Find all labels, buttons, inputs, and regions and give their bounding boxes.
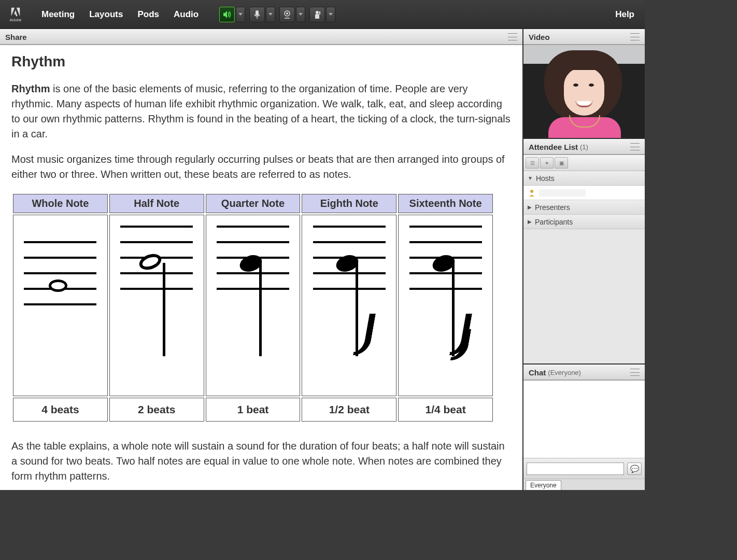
chevron-down-icon (299, 13, 303, 16)
half-note-cell (109, 215, 204, 396)
chat-input[interactable] (527, 463, 624, 475)
collapse-icon: ▶ (528, 219, 532, 225)
video-title: Video (529, 33, 550, 41)
svg-point-7 (530, 190, 533, 193)
th-half: Half Note (109, 194, 204, 213)
eighth-note-cell (302, 215, 396, 396)
doc-p3: As the table explains, a whole note will… (11, 439, 511, 484)
raise-hand-button[interactable] (309, 7, 325, 22)
share-content: Rhythm Rhythm is one of the basic elemen… (0, 45, 522, 490)
beats-sixteenth: 1/4 beat (398, 398, 493, 422)
video-header: Video (523, 29, 645, 45)
attendee-title: Attendee List (529, 143, 578, 151)
th-quarter: Quarter Note (206, 194, 301, 213)
right-column: Video Attendee List (1) ☰ (523, 29, 645, 490)
beats-whole: 4 beats (13, 398, 108, 422)
attendee-pod-menu[interactable] (630, 143, 640, 150)
webcam-dropdown[interactable] (296, 7, 305, 22)
svg-rect-0 (256, 10, 259, 16)
attendee-empty (523, 229, 645, 363)
doc-p1: Rhythm is one of the basic elements of m… (11, 81, 511, 142)
share-pod: Share Rhythm Rhythm is one of the basic … (0, 29, 523, 490)
beats-half: 2 beats (109, 398, 204, 422)
attendee-count: (1) (580, 143, 588, 151)
toolbar-buttons (219, 7, 335, 22)
chat-tab-everyone[interactable]: Everyone (526, 480, 561, 490)
menu-layouts[interactable]: Layouts (89, 9, 123, 20)
webcam-icon (282, 10, 292, 19)
chat-scope: (Everyone) (548, 369, 581, 376)
attendee-header: Attendee List (1) (523, 139, 645, 155)
participants-label: Participants (535, 218, 573, 226)
attendee-breakout-button[interactable]: ✦ (540, 157, 554, 169)
svg-point-3 (286, 12, 288, 15)
chat-pod-menu[interactable] (630, 369, 640, 376)
speaker-icon (222, 10, 232, 19)
video-pod-menu[interactable] (630, 33, 640, 40)
collapse-icon: ▶ (528, 204, 532, 210)
host-name-redacted (539, 189, 586, 197)
webcam-button[interactable] (279, 7, 295, 22)
notes-table: Whole Note Half Note Quarter Note Eighth… (11, 192, 494, 423)
mic-button[interactable] (249, 7, 265, 22)
chat-header: Chat (Everyone) (523, 365, 645, 380)
th-sixteenth: Sixteenth Note (398, 194, 493, 213)
main-area: Share Rhythm Rhythm is one of the basic … (0, 29, 645, 490)
host-entry[interactable] (523, 186, 645, 200)
chat-pod: Chat (Everyone) 💬 Everyone (523, 363, 645, 490)
menu-pods[interactable]: Pods (137, 9, 159, 20)
th-whole: Whole Note (13, 194, 108, 213)
beats-quarter: 1 beat (206, 398, 301, 422)
attendee-pod: Attendee List (1) ☰ ✦ ▣ ▼ Hosts (523, 138, 645, 363)
quarter-note-icon (217, 226, 289, 290)
speaker-dropdown[interactable] (236, 7, 245, 22)
adobe-logo: Adobe (5, 6, 26, 22)
share-header: Share (0, 29, 522, 45)
chevron-down-icon (268, 13, 273, 16)
hosts-section[interactable]: ▼ Hosts (523, 171, 645, 186)
raise-hand-dropdown[interactable] (326, 7, 335, 22)
attendee-view-button[interactable]: ☰ (526, 157, 539, 169)
participants-section[interactable]: ▶ Participants (523, 215, 645, 229)
raise-hand-icon (313, 10, 321, 19)
adobe-logo-icon (10, 6, 21, 18)
eighth-note-icon (313, 226, 386, 290)
speaker-button[interactable] (219, 7, 235, 22)
video-body (523, 45, 645, 138)
chat-send-button[interactable]: 💬 (627, 463, 642, 475)
chevron-down-icon (329, 13, 333, 16)
share-pod-menu[interactable] (508, 33, 517, 40)
hosts-label: Hosts (536, 174, 555, 183)
chat-messages (523, 380, 645, 458)
doc-p2: Most music organizes time through regula… (11, 152, 511, 182)
chat-tabs: Everyone (523, 479, 645, 490)
mic-dropdown[interactable] (266, 7, 275, 22)
table-image-row (13, 215, 493, 396)
doc-title: Rhythm (11, 53, 511, 70)
menubar: Adobe Meeting Layouts Pods Audio (0, 0, 645, 29)
attendee-body: ☰ ✦ ▣ ▼ Hosts ▶ Presenters ▶ (523, 155, 645, 229)
beats-eighth: 1/2 beat (302, 398, 396, 422)
host-user-icon (528, 189, 536, 197)
presenters-section[interactable]: ▶ Presenters (523, 200, 645, 215)
th-eighth: Eighth Note (302, 194, 396, 213)
video-pod: Video (523, 29, 645, 138)
table-header-row: Whole Note Half Note Quarter Note Eighth… (13, 194, 493, 213)
table-beats-row: 4 beats 2 beats 1 beat 1/2 beat 1/4 beat (13, 398, 493, 422)
attendee-status-button[interactable]: ▣ (555, 157, 568, 169)
menu-items: Meeting Layouts Pods Audio (41, 9, 199, 20)
menu-audio[interactable]: Audio (174, 9, 199, 20)
whole-note-cell (13, 215, 108, 396)
menu-meeting[interactable]: Meeting (41, 9, 75, 20)
svg-point-5 (316, 11, 319, 14)
adobe-label: Adobe (9, 18, 21, 22)
menu-help[interactable]: Help (615, 9, 634, 20)
quarter-note-cell (206, 215, 301, 396)
speech-bubble-icon: 💬 (630, 465, 639, 473)
attendee-tools: ☰ ✦ ▣ (523, 155, 645, 171)
presenters-label: Presenters (535, 203, 570, 212)
sixteenth-note-cell (398, 215, 493, 396)
expand-icon: ▼ (528, 175, 533, 181)
sixteenth-note-icon (409, 226, 482, 290)
chevron-down-icon (238, 13, 243, 16)
